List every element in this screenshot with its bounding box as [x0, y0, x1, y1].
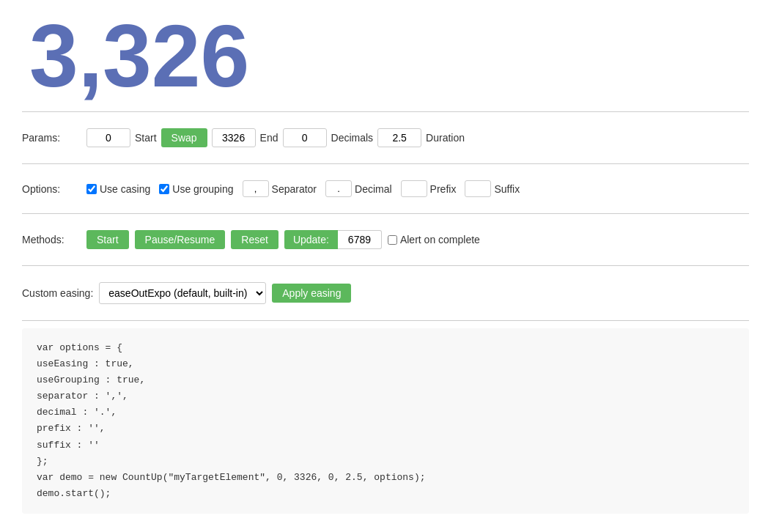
- code-line-10: demo.start();: [37, 486, 734, 502]
- decimal-option: Decimal: [325, 180, 392, 197]
- divider-4: [22, 265, 749, 266]
- suffix-option: Suffix: [465, 180, 520, 197]
- decimals-input[interactable]: [283, 128, 327, 147]
- params-label: Params:: [22, 132, 81, 144]
- code-block: var options = { useEasing : true, useGro…: [22, 328, 749, 514]
- end-input[interactable]: [212, 128, 256, 147]
- pause-resume-button[interactable]: Pause/Resume: [135, 230, 226, 249]
- easing-section: Custom easing: easeOutExpo (default, bui…: [0, 273, 771, 313]
- options-label: Options:: [22, 183, 81, 195]
- decimal-label: Decimal: [355, 183, 392, 195]
- duration-input[interactable]: [377, 128, 421, 147]
- options-group: Use casing Use grouping Separator Decima…: [86, 180, 520, 197]
- decimals-label: Decimals: [331, 132, 374, 144]
- code-line-9: var demo = new CountUp("myTargetElement"…: [37, 470, 734, 486]
- divider-1: [22, 111, 749, 112]
- code-line-2: useEasing : true,: [37, 356, 734, 372]
- easing-label: Custom easing:: [22, 287, 93, 299]
- update-button[interactable]: Update:: [284, 230, 338, 249]
- methods-group: Start Pause/Resume Reset Update: Alert o…: [86, 230, 480, 249]
- divider-3: [22, 213, 749, 214]
- use-casing-option: Use casing: [86, 183, 150, 195]
- methods-section: Methods: Start Pause/Resume Reset Update…: [0, 221, 771, 258]
- code-line-6: prefix : '',: [37, 421, 734, 437]
- prefix-input[interactable]: [401, 180, 427, 197]
- use-casing-checkbox[interactable]: [86, 184, 97, 194]
- separator-label: Separator: [272, 183, 317, 195]
- options-section: Options: Use casing Use grouping Separat…: [0, 171, 771, 206]
- decimal-input[interactable]: [325, 180, 352, 197]
- params-section: Params: Start Swap End Decimals Duration: [0, 119, 771, 156]
- update-group: Update:: [284, 230, 382, 249]
- counter-number: 3,326: [29, 7, 742, 104]
- apply-easing-button[interactable]: Apply easing: [272, 284, 351, 303]
- params-group: Start Swap End Decimals Duration: [86, 128, 465, 147]
- separator-option: Separator: [243, 180, 317, 197]
- duration-label: Duration: [426, 132, 465, 144]
- prefix-option: Prefix: [401, 180, 457, 197]
- use-casing-label: Use casing: [100, 183, 150, 195]
- alert-checkbox[interactable]: [388, 235, 397, 245]
- counter-display: 3,326: [0, 0, 771, 104]
- code-line-1: var options = {: [37, 340, 734, 356]
- code-line-5: decimal : '.',: [37, 404, 734, 421]
- code-line-8: };: [37, 454, 734, 470]
- divider-5: [22, 320, 749, 321]
- end-label: End: [260, 132, 278, 144]
- alert-label: Alert on complete: [400, 234, 480, 245]
- suffix-input[interactable]: [465, 180, 491, 197]
- divider-2: [22, 163, 749, 164]
- code-line-4: separator : ',',: [37, 388, 734, 404]
- easing-select[interactable]: easeOutExpo (default, built-in) easeInQu…: [99, 282, 266, 304]
- use-grouping-option: Use grouping: [159, 183, 233, 195]
- swap-button[interactable]: Swap: [161, 128, 207, 147]
- separator-input[interactable]: [243, 180, 269, 197]
- code-line-7: suffix : '': [37, 437, 734, 454]
- reset-button[interactable]: Reset: [231, 230, 278, 249]
- code-line-3: useGrouping : true,: [37, 372, 734, 388]
- start-button[interactable]: Start: [86, 230, 129, 249]
- prefix-label: Prefix: [430, 183, 457, 195]
- alert-group: Alert on complete: [388, 234, 480, 245]
- start-input[interactable]: [86, 128, 130, 147]
- methods-label: Methods:: [22, 234, 81, 245]
- use-grouping-checkbox[interactable]: [159, 184, 169, 194]
- use-grouping-label: Use grouping: [172, 183, 233, 195]
- suffix-label: Suffix: [494, 183, 520, 195]
- start-label: Start: [135, 132, 157, 144]
- update-input[interactable]: [338, 230, 382, 249]
